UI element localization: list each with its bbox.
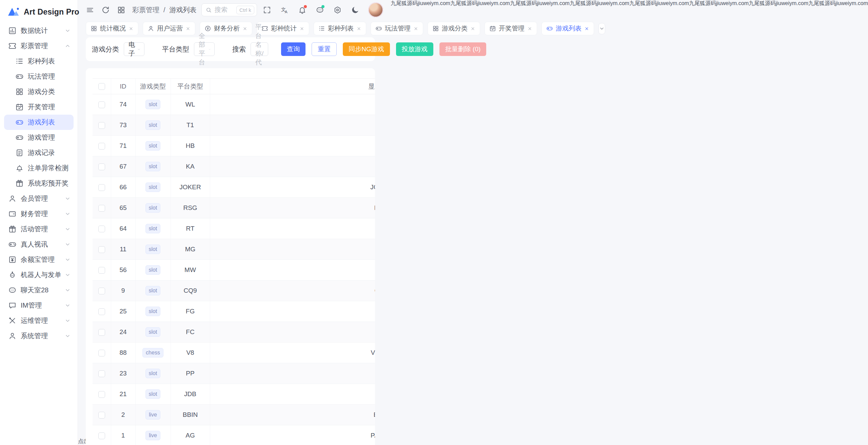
global-search-input[interactable]: 搜索 Ctrl k	[201, 3, 257, 16]
sync-ng-games-button[interactable]: 同步NG游戏	[343, 42, 390, 56]
close-icon[interactable]	[413, 26, 418, 31]
close-icon[interactable]	[470, 26, 475, 31]
language-button[interactable]: 文A	[277, 3, 292, 17]
table-row: 25slotFGFG9-FG编辑游戏管理删除	[93, 301, 375, 322]
reset-button[interactable]: 重置	[312, 42, 337, 56]
game-type-badge: chess	[142, 348, 163, 357]
row-checkbox[interactable]	[98, 308, 105, 315]
row-checkbox[interactable]	[98, 122, 105, 129]
tab-8[interactable]: 游戏列表	[541, 22, 594, 35]
settings-button[interactable]	[330, 3, 345, 17]
grid-icon	[15, 88, 24, 96]
row-checkbox[interactable]	[98, 329, 105, 336]
refresh-button[interactable]	[98, 3, 113, 17]
cell-display-name: BBIN	[210, 405, 375, 425]
sidebar-item-12[interactable]: 财务管理	[4, 206, 74, 221]
sidebar-item-label: 机器人与发单	[21, 270, 60, 279]
row-checkbox[interactable]	[98, 101, 105, 108]
close-icon[interactable]	[242, 26, 248, 31]
tab-4[interactable]: 彩种列表	[314, 22, 366, 35]
select-all-checkbox[interactable]	[98, 83, 105, 90]
tab-7[interactable]: 开奖管理	[485, 22, 537, 35]
sidebar-item-4[interactable]: 游戏分类	[4, 84, 74, 99]
dark-mode-button[interactable]	[348, 3, 363, 17]
apps-button[interactable]	[114, 3, 128, 17]
cell-display-name: MG	[210, 239, 375, 260]
game-type-badge: slot	[145, 100, 161, 109]
sidebar-item-7[interactable]: 游戏管理	[4, 130, 74, 145]
category-select[interactable]: 电子	[124, 42, 144, 56]
sidebar-item-11[interactable]: 会员管理	[4, 191, 74, 206]
sidebar-item-14[interactable]: 真人视讯	[4, 237, 74, 252]
tab-6[interactable]: 游戏分类	[428, 22, 480, 35]
close-icon[interactable]	[299, 26, 304, 31]
sidebar-item-1[interactable]: 彩票管理	[4, 38, 74, 54]
row-checkbox[interactable]	[98, 205, 105, 212]
gamepad-icon	[375, 25, 382, 32]
row-checkbox[interactable]	[98, 246, 105, 253]
sidebar-item-16[interactable]: 机器人与发单	[4, 267, 74, 283]
chevron-down-icon	[599, 25, 605, 32]
row-checkbox[interactable]	[98, 288, 105, 294]
sidebar-item-10[interactable]: 系统彩预开奖	[4, 176, 74, 191]
row-checkbox[interactable]	[98, 432, 105, 439]
launch-game-button[interactable]: 投放游戏	[396, 42, 433, 56]
table-row: 73slotT1T128--编辑游戏管理删除	[93, 115, 375, 136]
sidebar-item-label: 会员管理	[21, 194, 48, 203]
game-type-badge: slot	[145, 182, 161, 192]
tab-0[interactable]: 统计概况	[86, 22, 138, 35]
sidebar-item-3[interactable]: 玩法管理	[4, 69, 74, 84]
user-avatar[interactable]	[368, 2, 383, 17]
close-icon[interactable]	[584, 26, 589, 31]
row-checkbox[interactable]	[98, 412, 105, 419]
row-checkbox[interactable]	[98, 226, 105, 232]
row-checkbox[interactable]	[98, 370, 105, 377]
tab-options-button[interactable]	[598, 23, 605, 34]
batch-delete-button[interactable]: 批量删除 (0)	[439, 42, 487, 56]
tab-label: 用户运营	[157, 24, 183, 33]
tab-3[interactable]: 彩种统计	[257, 22, 309, 35]
app-logo[interactable]: Art Design Pro	[4, 3, 74, 21]
sidebar-item-6[interactable]: 游戏列表	[4, 115, 74, 130]
sidebar-item-2[interactable]: 彩种列表	[4, 54, 74, 69]
sidebar-item-20[interactable]: 系统管理	[4, 328, 74, 344]
row-checkbox[interactable]	[98, 163, 105, 170]
sidebar-item-0[interactable]: 数据统计	[4, 23, 74, 38]
row-checkbox[interactable]	[98, 350, 105, 356]
svg-text:A: A	[285, 10, 288, 14]
query-button[interactable]: 查询	[281, 42, 305, 56]
close-icon[interactable]	[356, 26, 361, 31]
game-type-badge: slot	[145, 141, 161, 151]
row-checkbox[interactable]	[98, 143, 105, 150]
notification-dot	[304, 5, 307, 8]
gamepad-icon	[8, 240, 17, 249]
moon-icon	[351, 6, 359, 14]
sidebar-item-13[interactable]: 活动管理	[4, 221, 74, 237]
sidebar-item-8[interactable]: 游戏记录	[4, 145, 74, 160]
sidebar-item-label: 系统管理	[21, 331, 48, 341]
collapse-menu-button[interactable]	[83, 3, 97, 17]
cell-platform: RSG	[171, 198, 210, 218]
sidebar-item-17[interactable]: 聊天室28	[4, 283, 74, 298]
messages-button[interactable]	[313, 3, 328, 17]
sidebar-item-19[interactable]: 运维管理	[4, 313, 74, 328]
fullscreen-button[interactable]	[260, 3, 275, 17]
tab-1[interactable]: 用户运营	[143, 22, 195, 35]
row-checkbox[interactable]	[98, 391, 105, 398]
notifications-button[interactable]	[295, 3, 310, 17]
platform-search-input[interactable]: 平台名称/代码	[251, 42, 268, 56]
sidebar-item-9[interactable]: 注单异常检测	[4, 160, 74, 176]
platform-select[interactable]: 全部平台	[194, 42, 215, 56]
close-icon[interactable]	[129, 26, 134, 31]
close-icon[interactable]	[185, 26, 191, 31]
row-checkbox[interactable]	[98, 184, 105, 191]
chevron-down-icon	[64, 27, 71, 34]
breadcrumb-parent[interactable]: 彩票管理	[132, 5, 159, 15]
tab-5[interactable]: 玩法管理	[371, 22, 423, 35]
sidebar-item-5[interactable]: 开奖管理	[4, 99, 74, 115]
close-icon[interactable]	[527, 26, 532, 31]
cell-display-name: FC	[210, 322, 375, 343]
sidebar-item-15[interactable]: 余额宝管理	[4, 252, 74, 267]
sidebar-item-18[interactable]: IM管理	[4, 298, 74, 313]
row-checkbox[interactable]	[98, 267, 105, 274]
